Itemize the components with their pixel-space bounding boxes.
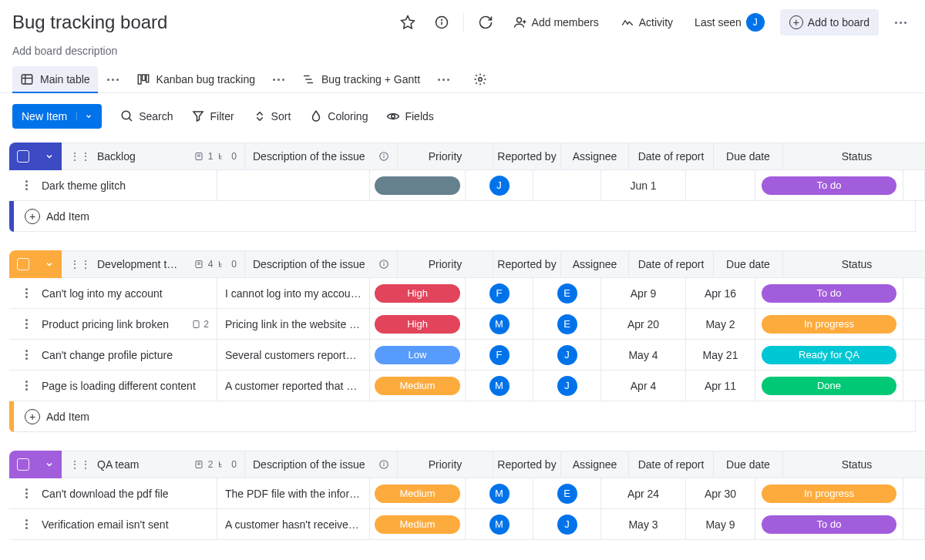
cell-status[interactable]: In progress	[755, 478, 903, 509]
tab-more-icon[interactable]	[104, 70, 123, 89]
col-description[interactable]: Description of the issue	[245, 143, 398, 170]
cell-reported-by[interactable]: M	[466, 309, 533, 340]
more-icon[interactable]	[888, 10, 913, 35]
cell-assignee[interactable]: J	[533, 340, 601, 371]
cell-priority[interactable]: Medium	[370, 509, 466, 540]
cell-due[interactable]: Apr 30	[686, 478, 755, 509]
col-assignee[interactable]: Assignee	[561, 250, 629, 278]
tab-main-table[interactable]: Main table	[12, 66, 98, 92]
cell-priority[interactable]: High	[370, 309, 466, 340]
group-checkbox[interactable]	[9, 258, 37, 270]
cell-date[interactable]: Apr 24	[601, 478, 686, 509]
board-description-link[interactable]: Add board description	[0, 45, 925, 66]
drag-handle-icon[interactable]: ⋮⋮	[69, 458, 91, 471]
group-name[interactable]: Development t…	[97, 258, 188, 270]
add-members-button[interactable]: Add members	[507, 12, 605, 32]
col-date-report[interactable]: Date of report	[629, 250, 714, 278]
row-menu-icon[interactable]	[17, 288, 35, 298]
col-status[interactable]: Status	[783, 451, 925, 478]
cell-due[interactable]: May 2	[686, 309, 755, 340]
col-description[interactable]: Description of the issue	[245, 250, 398, 278]
cell-assignee[interactable]: E	[533, 309, 601, 340]
add-to-board-button[interactable]: + Add to board	[780, 9, 879, 35]
gear-icon[interactable]	[468, 67, 493, 92]
group-checkbox[interactable]	[9, 458, 37, 471]
cell-description[interactable]: Several customers reported n…	[217, 340, 370, 371]
item-name[interactable]: Can't log into my account	[42, 287, 209, 300]
item-name[interactable]: Product pricing link broken	[42, 318, 186, 330]
col-status[interactable]: Status	[783, 250, 925, 278]
chevron-down-icon[interactable]	[76, 112, 92, 120]
cell-date[interactable]: Jun 1	[601, 170, 686, 201]
cell-description[interactable]: Pricing link in the website navi…	[217, 309, 370, 340]
col-assignee[interactable]: Assignee	[561, 143, 629, 170]
col-due-date[interactable]: Due date	[714, 250, 783, 278]
info-icon[interactable]	[378, 259, 389, 270]
col-assignee[interactable]: Assignee	[561, 451, 629, 478]
cell-description[interactable]: A customer hasn't received th…	[217, 509, 370, 540]
cell-due[interactable]	[686, 170, 755, 201]
table-row[interactable]: Dark theme glitch J Jun 1 To do	[9, 170, 916, 201]
cell-date[interactable]: Apr 9	[601, 278, 686, 309]
cell-reported-by[interactable]: F	[466, 278, 533, 309]
col-due-date[interactable]: Due date	[714, 451, 783, 478]
search-button[interactable]: Search	[120, 109, 173, 123]
star-icon[interactable]	[395, 10, 420, 35]
filter-button[interactable]: Filter	[191, 109, 234, 123]
add-item-row[interactable]: + Add Item	[9, 401, 916, 432]
table-row[interactable]: Can't download the pdf file The PDF file…	[9, 478, 916, 509]
cell-reported-by[interactable]: M	[466, 509, 533, 540]
col-priority[interactable]: Priority	[398, 250, 493, 278]
cell-description[interactable]: A customer reported that whe…	[217, 371, 370, 401]
row-menu-icon[interactable]	[17, 180, 35, 190]
tab-more-icon[interactable]	[269, 70, 288, 89]
cell-priority[interactable]: Medium	[370, 478, 466, 509]
col-reported-by[interactable]: Reported by	[493, 451, 561, 478]
cell-status[interactable]: Done	[755, 371, 903, 401]
group-checkbox[interactable]	[9, 150, 37, 163]
cell-status[interactable]: Ready for QA	[755, 340, 903, 371]
row-menu-icon[interactable]	[17, 519, 35, 529]
cell-status[interactable]: In progress	[755, 309, 903, 340]
group-name[interactable]: QA team	[97, 458, 188, 471]
last-seen[interactable]: Last seen J	[688, 10, 771, 35]
board-title[interactable]: Bug tracking board	[12, 12, 167, 33]
cell-priority[interactable]: High	[370, 278, 466, 309]
item-name[interactable]: Can't change profile picture	[42, 349, 209, 361]
col-priority[interactable]: Priority	[398, 451, 493, 478]
item-name[interactable]: Verification email isn't sent	[42, 518, 209, 531]
col-priority[interactable]: Priority	[398, 143, 493, 170]
fields-button[interactable]: Fields	[386, 109, 433, 123]
table-row[interactable]: Can't change profile picture Several cus…	[9, 340, 916, 371]
col-due-date[interactable]: Due date	[714, 143, 783, 170]
cell-due[interactable]: Apr 11	[686, 371, 755, 401]
col-status[interactable]: Status	[783, 143, 925, 170]
cell-status[interactable]: To do	[755, 509, 903, 540]
cell-reported-by[interactable]: M	[466, 371, 533, 401]
updates-badge[interactable]: 2	[192, 319, 209, 330]
drag-handle-icon[interactable]: ⋮⋮	[69, 258, 91, 270]
cell-assignee[interactable]	[533, 170, 601, 201]
col-date-report[interactable]: Date of report	[629, 451, 714, 478]
row-menu-icon[interactable]	[17, 350, 35, 360]
group-collapse-icon[interactable]	[37, 260, 62, 269]
coloring-button[interactable]: Coloring	[309, 109, 368, 123]
group-name[interactable]: Backlog	[97, 150, 188, 163]
cell-priority[interactable]: Medium	[370, 371, 466, 401]
table-row[interactable]: Page is loading different content A cust…	[9, 371, 916, 401]
cell-priority[interactable]	[370, 170, 466, 201]
cell-status[interactable]: To do	[755, 278, 903, 309]
cell-priority[interactable]: Low	[370, 340, 466, 371]
info-icon[interactable]	[378, 459, 389, 470]
table-row[interactable]: Product pricing link broken 2 Pricing li…	[9, 309, 916, 340]
cell-assignee[interactable]: E	[533, 278, 601, 309]
cell-description[interactable]: The PDF file with the informati…	[217, 478, 370, 509]
col-description[interactable]: Description of the issue	[245, 451, 398, 478]
cell-due[interactable]: May 21	[686, 340, 755, 371]
cell-reported-by[interactable]: M	[466, 478, 533, 509]
cell-due[interactable]: May 9	[686, 509, 755, 540]
cell-due[interactable]: Apr 16	[686, 278, 755, 309]
item-name[interactable]: Can't download the pdf file	[42, 488, 209, 500]
cell-assignee[interactable]: J	[533, 371, 601, 401]
new-item-button[interactable]: New Item	[12, 104, 102, 129]
